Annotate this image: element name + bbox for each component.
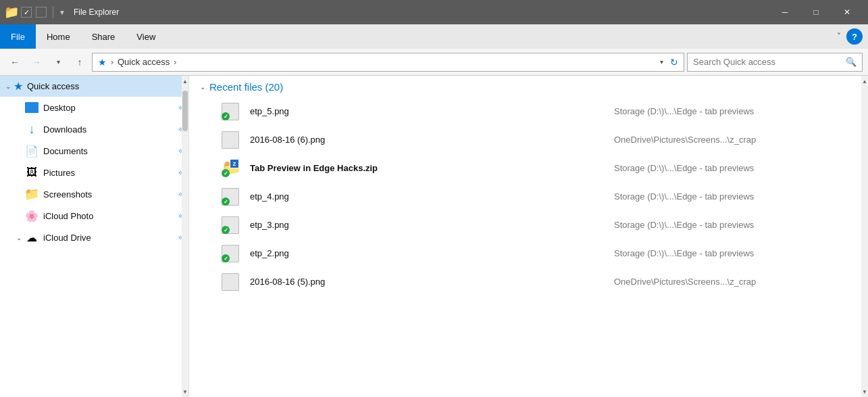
main-content: ⌄ ★ Quick access Desktop ✧ ↓ Downloads ✧ xyxy=(0,76,868,397)
file-name: Tab Preview in Edge Hacks.zip xyxy=(250,163,614,173)
back-button[interactable]: ← xyxy=(5,53,24,72)
section-expand-icon: ⌄ xyxy=(200,83,205,91)
help-button[interactable]: ? xyxy=(846,28,863,45)
icloud-photo-icon: 🌸 xyxy=(24,208,39,223)
search-input[interactable] xyxy=(693,57,843,67)
menu-file[interactable]: File xyxy=(0,24,36,49)
sidebar-item-quick-access[interactable]: ⌄ ★ Quick access xyxy=(0,76,188,97)
file-name: etp_2.png xyxy=(250,248,614,258)
file-name: 2016-08-16 (6).png xyxy=(250,135,614,145)
file-scroll-up[interactable]: ▲ xyxy=(861,76,868,87)
file-location: Storage (D:\)\...\Edge - tab previews xyxy=(614,106,857,116)
sidebar-item-icloud-photo[interactable]: 🌸 iCloud Photo ✧ xyxy=(0,205,188,227)
sidebar-scroll-down[interactable]: ▼ xyxy=(182,386,188,397)
screenshots-icon: 📁 xyxy=(24,187,39,202)
table-row[interactable]: 2016-08-16 (5).png OneDrive\Pictures\Scr… xyxy=(189,267,868,296)
sidebar-item-screenshots[interactable]: 📁 Screenshots ✧ xyxy=(0,183,188,205)
sidebar-item-desktop[interactable]: Desktop ✧ xyxy=(0,97,188,118)
path-quick-access: Quick access xyxy=(118,57,170,67)
menu-chevron-down[interactable]: ˅ xyxy=(837,32,841,41)
path-separator-1: › xyxy=(111,57,113,67)
sidebar-item-documents[interactable]: 📄 Documents ✧ xyxy=(0,140,188,162)
check-badge: ✓ xyxy=(222,226,230,234)
forward-button[interactable]: → xyxy=(27,53,46,72)
section-title: Recent files (20) xyxy=(209,81,283,93)
file-location: Storage (D:\)\...\Edge - tab previews xyxy=(614,191,857,202)
menu-bar-right: ˅ ? xyxy=(837,24,868,49)
check-badge: ✓ xyxy=(222,197,230,206)
file-location: Storage (D:\)\...\Edge - tab previews xyxy=(614,163,857,173)
table-row[interactable]: ✓ etp_5.png Storage (D:\)\...\Edge - tab… xyxy=(189,97,868,125)
path-star-icon: ★ xyxy=(98,57,107,68)
file-icon-2016-5 xyxy=(222,271,243,292)
blank-icon xyxy=(35,6,47,18)
screenshots-label: Screenshots xyxy=(43,189,175,200)
menu-share[interactable]: Share xyxy=(81,24,126,49)
table-row[interactable]: ✓ etp_2.png Storage (D:\)\...\Edge - tab… xyxy=(189,239,868,267)
zip-check: ✓ xyxy=(222,169,230,177)
address-dropdown-arrow[interactable]: ▾ xyxy=(660,58,663,66)
file-icon-2016-6 xyxy=(222,129,243,150)
check-badge: ✓ xyxy=(222,254,230,262)
zip-badge: Z xyxy=(230,159,239,168)
file-icon-etp5: ✓ xyxy=(222,100,243,122)
pictures-icon: 🖼 xyxy=(24,165,39,180)
window-title: File Explorer xyxy=(74,7,769,17)
file-name: etp_3.png xyxy=(250,220,614,230)
table-row[interactable]: 📁 Z ✓ Tab Preview in Edge Hacks.zip Stor… xyxy=(189,154,868,182)
desktop-label: Desktop xyxy=(43,103,175,113)
menu-home[interactable]: Home xyxy=(36,24,81,49)
pictures-label: Pictures xyxy=(43,168,175,178)
maximize-button[interactable]: □ xyxy=(800,0,832,24)
icloud-drive-label: iCloud Drive xyxy=(43,233,175,243)
quick-access-label: Quick access xyxy=(27,81,79,91)
address-bar: ← → ▾ ↑ ★ › Quick access › ▾ ↻ 🔍 xyxy=(0,49,868,76)
documents-label: Documents xyxy=(43,146,175,156)
file-list: ⌄ Recent files (20) ✓ etp_5.png Storage … xyxy=(189,76,868,397)
file-icon-etp3: ✓ xyxy=(222,214,243,235)
sidebar-scroll-thumb xyxy=(182,91,188,131)
title-bar: 📁 ✓ ▼ File Explorer ─ □ ✕ xyxy=(0,0,868,24)
refresh-button[interactable]: ↻ xyxy=(670,57,678,68)
file-icon-etp4: ✓ xyxy=(222,185,243,207)
address-path[interactable]: ★ › Quick access › ▾ ↻ xyxy=(92,53,684,72)
file-location: Storage (D:\)\...\Edge - tab previews xyxy=(614,248,857,258)
file-name: 2016-08-16 (5).png xyxy=(250,277,614,287)
icloud-photo-label: iCloud Photo xyxy=(43,211,175,221)
sidebar-item-icloud-drive[interactable]: ⌄ ☁ iCloud Drive ✧ xyxy=(0,227,188,248)
minimize-button[interactable]: ─ xyxy=(769,0,800,24)
check-icon: ✓ xyxy=(20,6,32,18)
search-box: 🔍 xyxy=(687,53,863,72)
menu-bar: File Home Share View ˅ ? xyxy=(0,24,868,49)
table-row[interactable]: 2016-08-16 (6).png OneDrive\Pictures\Scr… xyxy=(189,125,868,154)
recent-files-header[interactable]: ⌄ Recent files (20) xyxy=(189,76,868,97)
documents-icon: 📄 xyxy=(24,143,39,158)
expand-arrow-icloud-drive: ⌄ xyxy=(14,234,24,241)
table-row[interactable]: ✓ etp_4.png Storage (D:\)\...\Edge - tab… xyxy=(189,182,868,210)
file-location: OneDrive\Pictures\Screens...\z_crap xyxy=(614,135,857,145)
dropdown-history-button[interactable]: ▾ xyxy=(49,53,68,72)
folder-icon: 📁 xyxy=(5,6,18,18)
icloud-drive-icon: ☁ xyxy=(24,230,39,245)
window-controls: ─ □ ✕ xyxy=(769,0,863,24)
file-list-scrollbar[interactable]: ▲ ▼ xyxy=(861,76,868,397)
sidebar-item-downloads[interactable]: ↓ Downloads ✧ xyxy=(0,118,188,140)
sidebar: ⌄ ★ Quick access Desktop ✧ ↓ Downloads ✧ xyxy=(0,76,189,397)
table-row[interactable]: ✓ etp_3.png Storage (D:\)\...\Edge - tab… xyxy=(189,210,868,239)
title-down-arrow[interactable]: ▼ xyxy=(59,9,66,16)
star-icon: ★ xyxy=(14,80,23,93)
up-button[interactable]: ↑ xyxy=(70,53,89,72)
check-badge: ✓ xyxy=(222,112,230,120)
sidebar-scrollbar[interactable]: ▲ ▼ xyxy=(182,76,188,397)
menu-view[interactable]: View xyxy=(126,24,166,49)
file-name: etp_4.png xyxy=(250,191,614,202)
file-scroll-down[interactable]: ▼ xyxy=(861,386,868,397)
file-icon-zip: 📁 Z ✓ xyxy=(222,157,243,179)
search-icon: 🔍 xyxy=(846,57,857,67)
sidebar-item-pictures[interactable]: 🖼 Pictures ✧ xyxy=(0,162,188,183)
close-button[interactable]: ✕ xyxy=(832,0,863,24)
file-location: OneDrive\Pictures\Screens...\z_crap xyxy=(614,277,857,287)
downloads-icon: ↓ xyxy=(24,122,39,137)
downloads-label: Downloads xyxy=(43,124,175,135)
sidebar-scroll-up[interactable]: ▲ xyxy=(182,76,188,87)
